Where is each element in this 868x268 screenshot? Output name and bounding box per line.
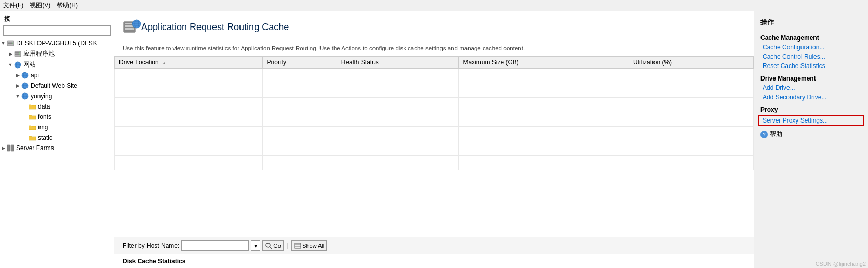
sidebar-item-apppool[interactable]: ▶ 应用程序池: [0, 48, 114, 59]
svg-rect-1: [8, 42, 12, 43]
show-all-icon: [294, 242, 301, 249]
filter-dropdown-btn[interactable]: ▼: [251, 240, 260, 251]
sidebar-item-static[interactable]: static: [0, 132, 114, 143]
sidebar-item-defaultweb[interactable]: ▶ Default Web Site: [0, 81, 114, 91]
menu-bar: 文件(F) 视图(V) 帮助(H): [0, 0, 868, 11]
sidebar-item-label: data: [38, 103, 50, 110]
svg-rect-6: [15, 52, 19, 53]
folder-icon: [28, 133, 36, 142]
col-utilization[interactable]: Utilization (%): [629, 57, 754, 69]
svg-point-31: [132, 26, 133, 27]
svg-rect-25: [11, 146, 13, 146]
svg-rect-7: [15, 53, 19, 55]
main-layout: 接 ▼ DESKTOP-VJGHUT5 (DESK ▶ 应用程序池 ▼ 网站: [0, 11, 868, 268]
svg-line-39: [270, 247, 272, 249]
show-all-label: Show All: [302, 243, 324, 249]
section-cache-management: Cache Management: [754, 30, 868, 43]
tree-arrow: ▼: [15, 93, 21, 99]
table-row-empty-1: [115, 69, 754, 83]
sidebar-item-data[interactable]: data: [0, 101, 114, 112]
farm-icon: [6, 144, 15, 152]
help-item[interactable]: ? 帮助: [754, 127, 868, 142]
section-drive-management: Drive Management: [754, 71, 868, 83]
table-row-empty-7: [115, 156, 754, 170]
folder-icon: [28, 123, 36, 131]
filter-go-btn[interactable]: Go: [262, 240, 284, 251]
filter-input[interactable]: [181, 240, 249, 251]
go-icon: [265, 242, 272, 249]
connection-label: 接: [0, 14, 114, 25]
table-row-empty-6: [115, 141, 754, 156]
svg-point-32: [132, 29, 133, 30]
sidebar-item-yunying[interactable]: ▼ yunying: [0, 91, 114, 101]
globe-icon: [21, 71, 29, 79]
sidebar-item-desktop[interactable]: ▼ DESKTOP-VJGHUT5 (DESK: [0, 38, 114, 48]
table-area: Drive Location ▲ Priority Health Status …: [114, 56, 754, 237]
svg-point-38: [266, 243, 270, 247]
sidebar-item-img[interactable]: img: [0, 122, 114, 132]
action-reset-cache-stats[interactable]: Reset Cache Statistics: [754, 61, 868, 71]
menu-help[interactable]: 帮助(H): [57, 1, 78, 10]
sidebar-item-api[interactable]: ▶ api: [0, 70, 114, 81]
folder-icon: [28, 113, 36, 121]
action-cache-configuration[interactable]: Cache Configuration...: [754, 43, 868, 52]
tree-arrow: ▶: [15, 83, 21, 88]
svg-point-9: [19, 53, 20, 54]
sidebar-item-label: 应用程序池: [23, 49, 55, 58]
svg-rect-23: [11, 145, 14, 151]
sidebar-item-label: fonts: [38, 113, 51, 120]
content-area: Application Request Routing Cache Use th…: [114, 11, 754, 268]
sidebar-item-label: api: [31, 72, 39, 79]
table-row-empty-5: [115, 127, 754, 141]
separator: |: [287, 242, 288, 249]
sidebar-item-fonts[interactable]: fonts: [0, 112, 114, 122]
sidebar-item-label: static: [38, 134, 52, 141]
show-all-btn[interactable]: Show All: [291, 240, 327, 251]
svg-rect-22: [7, 145, 10, 151]
svg-point-3: [12, 42, 12, 42]
sidebar-item-label: img: [38, 124, 48, 131]
col-max-size[interactable]: Maximum Size (GB): [459, 57, 629, 69]
menu-view[interactable]: 视图(V): [30, 1, 50, 10]
server-icon: [6, 39, 15, 47]
filter-label: Filter by Host Name:: [123, 242, 179, 249]
action-cache-control-rules[interactable]: Cache Control Rules...: [754, 52, 868, 61]
sidebar-item-label: Server Farms: [16, 144, 54, 152]
menu-file[interactable]: 文件(F): [3, 1, 23, 10]
action-server-proxy-settings[interactable]: Server Proxy Settings...: [758, 115, 864, 126]
tree-arrow: ▼: [0, 41, 6, 46]
apppool-icon: [14, 50, 22, 58]
svg-point-8: [19, 52, 20, 53]
disk-stats-label: Disk Cache Statistics: [123, 258, 185, 265]
tree-arrow: ▶: [15, 73, 21, 78]
disk-stats-bar: Disk Cache Statistics: [114, 254, 754, 268]
svg-rect-2: [8, 43, 12, 44]
table-row-empty-2: [115, 83, 754, 98]
tree-container: ▼ DESKTOP-VJGHUT5 (DESK ▶ 应用程序池 ▼ 网站 ▶: [0, 38, 114, 153]
watermark: CSDN @lijinchang2: [816, 261, 866, 267]
sidebar-item-label: Default Web Site: [31, 82, 77, 89]
section-proxy: Proxy: [754, 102, 868, 114]
folder-icon: [28, 102, 36, 111]
globe-icon: [21, 92, 29, 100]
page-title: Application Request Routing Cache: [141, 22, 289, 33]
sidebar-item-serverfarms[interactable]: ▶ Server Farms: [0, 143, 114, 153]
sidebar-item-label: DESKTOP-VJGHUT5 (DESK: [16, 39, 97, 47]
sidebar-item-label: 网站: [23, 60, 36, 69]
cache-table: Drive Location ▲ Priority Health Status …: [114, 56, 754, 170]
sidebar-item-label: yunying: [31, 92, 52, 100]
table-row-empty-3: [115, 98, 754, 112]
col-health-status[interactable]: Health Status: [337, 57, 459, 69]
page-description: Use this feature to view runtime statist…: [114, 41, 754, 56]
col-priority[interactable]: Priority: [262, 57, 337, 69]
svg-point-4: [12, 43, 12, 44]
tree-arrow: ▶: [0, 145, 6, 151]
help-icon: ?: [760, 131, 768, 138]
action-add-secondary-drive[interactable]: Add Secondary Drive...: [754, 92, 868, 102]
sidebar-item-sites[interactable]: ▼ 网站: [0, 59, 114, 70]
globe-icon: [21, 82, 29, 90]
actions-panel-title: 操作: [754, 16, 868, 30]
col-drive-location[interactable]: Drive Location ▲: [115, 57, 263, 69]
action-add-drive[interactable]: Add Drive...: [754, 83, 868, 92]
sidebar-search[interactable]: [3, 25, 111, 36]
